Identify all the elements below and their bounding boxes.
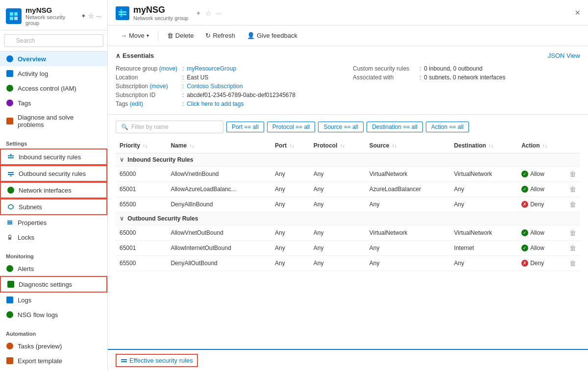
sidebar-item-properties[interactable]: Properties — [0, 215, 107, 230]
sidebar-item-activity-log[interactable]: Activity log — [0, 66, 107, 81]
feedback-button[interactable]: 👤 Give feedback — [242, 29, 302, 42]
sidebar-item-logs[interactable]: Logs — [0, 293, 107, 307]
close-button[interactable]: × — [575, 8, 580, 18]
tasks-icon — [6, 342, 14, 350]
delete-row-icon[interactable]: 🗑 — [569, 200, 576, 208]
sort-destination-icon: ↑↓ — [489, 143, 493, 148]
effective-security-rules-link[interactable]: Effective security rules — [116, 354, 198, 367]
subscription-value[interactable]: Contoso Subscription — [187, 83, 243, 90]
nav-label-tags: Tags — [18, 99, 31, 107]
filter-chip-destination[interactable]: Destination == all — [367, 122, 423, 132]
refresh-icon: ↻ — [205, 32, 211, 39]
resource-icon — [116, 6, 129, 20]
sidebar-item-tags[interactable]: Tags — [0, 96, 107, 110]
sidebar-item-diagnostic-settings[interactable]: Diagnostic settings — [0, 276, 107, 293]
sidebar-item-network-interfaces[interactable]: Network interfaces — [0, 182, 107, 198]
col-protocol[interactable]: Protocol ↑↓ — [310, 138, 366, 153]
move-icon: → — [121, 32, 127, 39]
col-action[interactable]: Action ↑↓ — [517, 138, 565, 153]
filter-input-container[interactable]: 🔍 Filter by name — [116, 121, 223, 133]
export-icon — [6, 357, 14, 365]
sidebar-item-nsg-flow-logs[interactable]: NSG flow logs — [0, 307, 107, 322]
tags-edit-link[interactable]: (edit) — [130, 100, 143, 107]
tags-value[interactable]: Click here to add tags — [187, 100, 244, 107]
subscription-id-value: abcdef01-2345-6789-0abc-def012345678 — [187, 92, 295, 99]
delete-button[interactable]: 🗑 Delete — [162, 29, 199, 42]
sidebar-item-inbound[interactable]: Inbound security rules — [0, 148, 107, 165]
col-destination[interactable]: Destination ↑↓ — [450, 138, 518, 153]
refresh-button[interactable]: ↻ Refresh — [200, 29, 240, 42]
cell-source: Any — [366, 241, 450, 256]
essentials-title[interactable]: ∧ Essentials — [116, 52, 154, 59]
more-icon[interactable]: ··· — [96, 12, 101, 20]
inbound-toggle[interactable]: ∨ — [120, 156, 124, 163]
col-port[interactable]: Port ↑↓ — [271, 138, 310, 153]
delete-row-icon[interactable]: 🗑 — [569, 259, 576, 267]
ess-row-associated: Associated with : 0 subnets, 0 network i… — [353, 73, 580, 82]
essentials-toggle-icon: ∧ — [116, 52, 121, 59]
delete-row-icon[interactable]: 🗑 — [569, 170, 576, 178]
allow-icon: ✓ — [521, 186, 528, 193]
subscription-move-link[interactable]: (move) — [149, 83, 168, 90]
filter-chip-port[interactable]: Port == all — [226, 122, 264, 132]
col-name[interactable]: Name ↑↓ — [167, 138, 271, 153]
sidebar-item-subnets[interactable]: Subnets — [0, 198, 107, 215]
col-source[interactable]: Source ↑↓ — [366, 138, 450, 153]
cell-protocol: Any — [310, 167, 366, 182]
allow-icon: ✓ — [521, 245, 528, 251]
svg-rect-7 — [8, 172, 14, 173]
delete-row-icon[interactable]: 🗑 — [569, 244, 576, 252]
sidebar-item-locks[interactable]: Locks — [0, 230, 107, 245]
col-priority[interactable]: Priority ↑↓ — [116, 138, 167, 153]
search-input[interactable] — [4, 34, 103, 47]
title-pin-icon[interactable]: ✦ — [196, 9, 201, 17]
sidebar-item-alerts[interactable]: Alerts — [0, 261, 107, 276]
delete-row-icon[interactable]: 🗑 — [569, 229, 576, 237]
resource-group-move-link[interactable]: (move) — [159, 65, 177, 72]
rules-area: 🔍 Filter by name Port == all Protocol ==… — [108, 115, 588, 277]
outbound-section-title: Outbound Security Rules — [127, 215, 198, 222]
svg-rect-21 — [121, 361, 127, 362]
cell-action: ✓Allow — [517, 241, 565, 256]
title-star-icon[interactable]: ☆ — [205, 9, 212, 17]
sidebar-header-icons[interactable]: ✦ ☆ ··· — [81, 12, 101, 20]
delete-row-icon[interactable]: 🗑 — [569, 185, 576, 193]
title-left: myNSG Network security group ✦ ☆ ··· — [116, 5, 221, 21]
svg-rect-0 — [10, 12, 13, 16]
cell-destination: Internet — [450, 241, 518, 256]
diagnose-icon — [6, 117, 14, 125]
section-title-settings: Settings — [0, 136, 107, 148]
move-button[interactable]: → Move ▾ — [116, 29, 154, 42]
resource-group-value[interactable]: myResourceGroup — [187, 65, 236, 72]
title-text-group: myNSG Network security group — [133, 5, 189, 21]
filter-chip-source[interactable]: Source == all — [318, 122, 364, 132]
filter-placeholder: Filter by name — [131, 124, 169, 130]
sidebar-item-export-template[interactable]: Export template — [0, 353, 107, 368]
svg-rect-1 — [14, 12, 18, 16]
outbound-toggle[interactable]: ∨ — [120, 215, 124, 222]
filter-chip-action[interactable]: Action == all — [426, 122, 469, 132]
ess-row-custom-rules: Custom security rules : 0 inbound, 0 out… — [353, 64, 580, 73]
sidebar-item-diagnose[interactable]: Diagnose and solve problems — [0, 110, 107, 132]
app-title: myNSG — [25, 6, 77, 14]
nav-label-network-interfaces: Network interfaces — [19, 187, 72, 194]
svg-rect-17 — [119, 11, 126, 13]
json-view-link[interactable]: JSON View — [548, 52, 580, 59]
activity-icon — [6, 70, 14, 77]
sidebar-item-outbound[interactable]: Outbound security rules — [0, 165, 107, 182]
cell-action: ✗Deny — [517, 256, 565, 271]
sidebar-item-overview[interactable]: Overview — [0, 51, 107, 66]
table-header-row: Priority ↑↓ Name ↑↓ Port ↑↓ Protocol ↑↓ … — [116, 138, 580, 153]
title-more-icon[interactable]: ··· — [216, 9, 221, 17]
sidebar-item-access-control[interactable]: Access control (IAM) — [0, 81, 107, 96]
allow-icon: ✓ — [521, 171, 528, 177]
sidebar-header: myNSG Network security group ✦ ☆ ··· — [0, 0, 107, 30]
sidebar-item-tasks[interactable]: Tasks (preview) — [0, 339, 107, 353]
svg-rect-5 — [8, 157, 14, 158]
star-icon[interactable]: ☆ — [88, 12, 94, 20]
section-title-monitoring: Monitoring — [0, 248, 107, 261]
nav-label-access-control: Access control (IAM) — [18, 85, 76, 92]
ess-row-location: Location : East US — [116, 73, 343, 82]
filter-chip-protocol[interactable]: Protocol == all — [267, 122, 316, 132]
pin-icon[interactable]: ✦ — [81, 12, 86, 20]
